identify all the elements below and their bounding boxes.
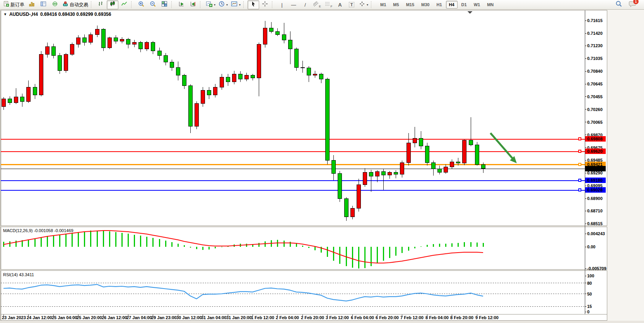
candle: [51, 46, 55, 56]
toolbar-separator: [91, 1, 94, 8]
time-axis-label: 6 Feb 20:00: [376, 315, 399, 320]
line-chart-mode-button[interactable]: [118, 0, 130, 9]
timeframe-H1[interactable]: H1: [433, 1, 445, 9]
cursor-tool-button[interactable]: [248, 0, 259, 9]
line-handle[interactable]: [579, 138, 581, 140]
candle: [33, 87, 37, 95]
candlestick-mode-button[interactable]: [107, 0, 118, 9]
candle: [195, 103, 198, 126]
notifications-button[interactable]: 1: [629, 0, 636, 9]
toolbar-separator: [272, 1, 275, 8]
candle: [456, 162, 460, 163]
period-button[interactable]: ▾: [217, 0, 229, 9]
crosshair-icon: [262, 1, 268, 9]
shapes-tool-button[interactable]: ▾: [357, 0, 370, 9]
auto-scroll-button[interactable]: [176, 0, 187, 9]
candle: [64, 54, 68, 70]
candle: [313, 74, 317, 75]
vertical-line-tool-button[interactable]: |: [276, 0, 288, 9]
clock-icon: [219, 1, 225, 9]
timeframe-MN[interactable]: MN: [484, 1, 497, 9]
candle: [294, 49, 298, 68]
horizontal-line-tool-button[interactable]: —: [288, 0, 299, 9]
crosshair-tool-button[interactable]: [259, 0, 271, 9]
shapes-icon: [359, 1, 365, 9]
line-handle[interactable]: [579, 179, 581, 181]
market-watch-button[interactable]: [26, 0, 38, 9]
candle: [232, 74, 236, 82]
candle: [375, 172, 379, 176]
line-handle[interactable]: [579, 150, 581, 152]
new-order-button[interactable]: 新订单: [2, 0, 26, 9]
time-axis-label: 24 Jan 12:00: [27, 315, 52, 320]
chart-canvas[interactable]: 0.716150.714200.712300.710350.708400.706…: [1, 10, 607, 321]
zoom-in-button[interactable]: [135, 0, 147, 9]
fibonacci-icon: [313, 1, 319, 9]
price-axis-label: 0.70455: [587, 94, 603, 99]
text-tool-icon: A: [338, 2, 342, 8]
candle: [238, 74, 242, 79]
timeframe-H4[interactable]: H4: [446, 1, 458, 9]
candle: [381, 172, 385, 175]
timeframe-M1[interactable]: M1: [377, 1, 389, 9]
collapse-chevron-icon[interactable]: ▼: [3, 12, 7, 16]
navigator-button[interactable]: [38, 0, 49, 9]
timeframe-M30[interactable]: M30: [418, 1, 432, 9]
candle: [114, 38, 118, 41]
price-line-tag-label: 0.69620: [587, 149, 603, 154]
bar-chart-mode-button[interactable]: [95, 0, 107, 9]
new-order-icon: [3, 1, 9, 9]
channel-tool-button[interactable]: F: [323, 0, 334, 9]
autotrade-button[interactable]: 自动交易: [61, 0, 90, 9]
time-axis-label: 31 Jan 04:00: [201, 315, 226, 320]
template-button[interactable]: ▾: [229, 0, 242, 9]
price-axis-label: 0.70840: [587, 69, 603, 73]
time-axis-label: 8 Feb 04:00: [425, 315, 449, 320]
candle: [363, 172, 367, 185]
new-chart-button[interactable]: ▾: [204, 0, 217, 9]
candle: [475, 145, 479, 164]
trendline-tool-button[interactable]: /: [299, 0, 311, 9]
candle: [76, 38, 80, 44]
zoom-out-icon: [150, 1, 156, 9]
candle: [431, 162, 435, 169]
label-tool-button[interactable]: T: [346, 0, 357, 9]
rsi-axis-label: 50: [587, 292, 592, 296]
channel-icon: [325, 1, 331, 9]
market-watch-icon: [29, 1, 35, 9]
candle: [164, 56, 167, 62]
timeframe-W1[interactable]: W1: [471, 1, 483, 9]
candle: [413, 138, 417, 143]
zoom-out-button[interactable]: [147, 0, 159, 9]
candle: [437, 169, 441, 173]
candle: [126, 39, 130, 44]
candle: [120, 39, 124, 41]
timeframe-M15[interactable]: M15: [403, 1, 417, 9]
time-axis-label: 3 Feb 12:00: [326, 315, 349, 320]
macd-axis-label: 0.00: [587, 244, 595, 249]
signals-button[interactable]: [49, 0, 61, 9]
text-tool-button[interactable]: A: [334, 0, 346, 9]
timeframe-M5[interactable]: M5: [390, 1, 402, 9]
timeframe-D1[interactable]: D1: [458, 1, 470, 9]
tile-windows-icon: [161, 1, 167, 9]
rsi-axis-label: 100: [587, 273, 594, 278]
line-handle[interactable]: [579, 163, 581, 166]
candle: [170, 62, 174, 68]
price-axis-label: 0.70645: [587, 82, 603, 86]
search-icon[interactable]: [615, 0, 622, 9]
chart-shift-button[interactable]: [187, 0, 199, 9]
candle: [288, 40, 292, 49]
autotrade-icon: [62, 1, 68, 9]
fibonacci-tool-button[interactable]: E: [311, 0, 323, 9]
price-line-tag-label: 0.69808: [587, 137, 603, 141]
price-axis-label: 0.70260: [587, 107, 603, 112]
label-tool-icon: T: [349, 2, 355, 7]
time-axis-label: 27 Jan 04:00: [126, 315, 152, 320]
candle: [207, 91, 211, 95]
time-axis-label: 31 Jan 20:00: [226, 315, 251, 320]
candle: [369, 172, 373, 176]
tile-windows-button[interactable]: [159, 0, 170, 9]
toolbar-separator: [243, 1, 246, 8]
line-handle[interactable]: [579, 189, 581, 191]
